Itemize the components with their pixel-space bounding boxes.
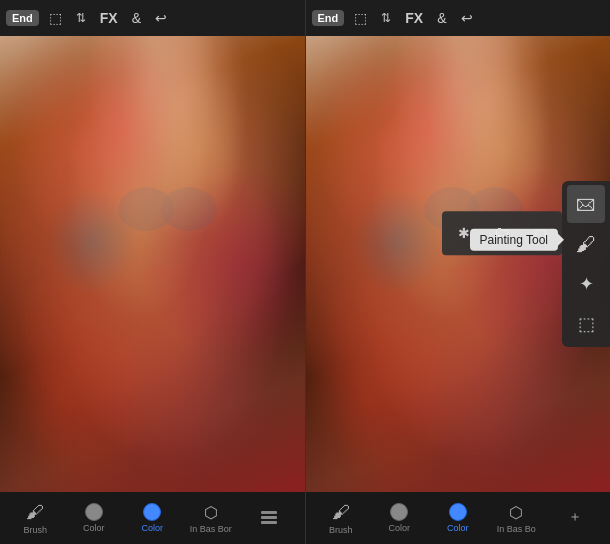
right-color-blue-circle xyxy=(449,503,467,521)
left-color-blue-label: Color xyxy=(141,523,163,533)
left-levels-icon[interactable]: ⇅ xyxy=(72,9,90,27)
side-brush-button[interactable]: 🖌 xyxy=(567,225,605,263)
left-photo-bg xyxy=(0,36,305,492)
right-color-gray-button[interactable]: Color xyxy=(370,499,429,537)
left-inbasbor-button[interactable]: ⬡ In Bas Bor xyxy=(182,499,241,538)
left-panel: End ⬚ ⇅ FX & ↩ xyxy=(0,0,306,544)
right-select-icon[interactable]: ⬚ xyxy=(350,8,371,28)
left-layers-button[interactable] xyxy=(240,507,299,530)
side-select-icon: ⬚ xyxy=(578,313,595,335)
right-toolbar-top: End ⬚ ⇅ FX & ↩ xyxy=(306,0,611,36)
left-inbasbor-icon: ⬡ xyxy=(204,503,218,522)
sparkle-icon: ✦ xyxy=(579,273,594,295)
right-levels-icon[interactable]: ⇅ xyxy=(377,9,395,27)
left-toolbar-bottom: 🖌 Brush Color Color ⬡ In Bas Bor xyxy=(0,492,305,544)
left-canvas xyxy=(0,36,305,492)
right-color-blue-label: Color xyxy=(447,523,469,533)
left-select-icon[interactable]: ⬚ xyxy=(45,8,66,28)
right-color-blue-button[interactable]: Color xyxy=(429,499,488,537)
stamp-icon: 🖂 xyxy=(576,193,596,216)
left-fx-label[interactable]: FX xyxy=(96,8,122,28)
svg-point-1 xyxy=(161,187,217,231)
left-inbasbor-label: In Bas Bor xyxy=(190,524,232,534)
right-inbasbor-label: In Bas Bo xyxy=(497,524,536,534)
right-color-gray-circle xyxy=(390,503,408,521)
left-brush-button[interactable]: 🖌 Brush xyxy=(6,498,65,539)
right-inbasbor-button[interactable]: ⬡ In Bas Bo xyxy=(487,499,546,538)
right-plus-button[interactable]: ＋ xyxy=(546,504,605,532)
eraser-icon: ◻ xyxy=(534,224,547,243)
side-select-button[interactable]: ⬚ xyxy=(567,305,605,343)
svg-point-2 xyxy=(140,265,176,281)
left-brush-label: Brush xyxy=(23,525,47,535)
right-end-button[interactable]: End xyxy=(312,10,345,26)
eraser-tool-button[interactable]: ◻ xyxy=(522,215,558,251)
side-brush-icon: 🖌 xyxy=(576,233,596,256)
left-color-blue-circle xyxy=(143,503,161,521)
right-color-gray-label: Color xyxy=(388,523,410,533)
app-container: End ⬚ ⇅ FX & ↩ xyxy=(0,0,610,544)
spray-icon: 🗂 xyxy=(494,224,510,242)
right-brush-button[interactable]: 🖌 Brush xyxy=(312,498,371,539)
stamp-tool-button[interactable]: 🖂 xyxy=(567,185,605,223)
left-undo-icon[interactable]: ↩ xyxy=(151,8,171,28)
left-face-svg xyxy=(0,36,305,492)
right-brush-icon: 🖌 xyxy=(332,502,350,523)
right-panel: End ⬚ ⇅ FX & ↩ Painting Tool xyxy=(306,0,611,544)
right-amp-icon[interactable]: & xyxy=(433,8,450,28)
left-toolbar-top: End ⬚ ⇅ FX & ↩ xyxy=(0,0,305,36)
left-color-gray-button[interactable]: Color xyxy=(65,499,124,537)
svg-point-5 xyxy=(446,265,482,281)
right-brush-label: Brush xyxy=(329,525,353,535)
right-inbasbor-icon: ⬡ xyxy=(509,503,523,522)
right-canvas: Painting Tool ✱ 🗂 ◻ 🖂 xyxy=(306,36,611,492)
left-color-blue-button[interactable]: Color xyxy=(123,499,182,537)
right-toolbar-bottom: 🖌 Brush Color Color ⬡ In Bas Bo ＋ xyxy=(306,492,611,544)
right-undo-icon[interactable]: ↩ xyxy=(457,8,477,28)
left-brush-icon: 🖌 xyxy=(26,502,44,523)
spray-tool-button[interactable]: 🗂 xyxy=(484,215,520,251)
left-amp-icon[interactable]: & xyxy=(128,8,145,28)
right-fx-label[interactable]: FX xyxy=(401,8,427,28)
left-layers-icon xyxy=(261,511,277,524)
left-end-button[interactable]: End xyxy=(6,10,39,26)
right-side-toolbar: Painting Tool ✱ 🗂 ◻ 🖂 xyxy=(562,181,610,347)
fx-brush-button[interactable]: ✱ xyxy=(446,215,482,251)
left-color-gray-label: Color xyxy=(83,523,105,533)
sparkle-tool-button[interactable]: ✦ xyxy=(567,265,605,303)
right-plus-icon: ＋ xyxy=(568,508,582,526)
fx-brush-icon: ✱ xyxy=(458,225,470,241)
expanded-tools-panel: ✱ 🗂 ◻ xyxy=(442,211,562,255)
left-color-gray-circle xyxy=(85,503,103,521)
